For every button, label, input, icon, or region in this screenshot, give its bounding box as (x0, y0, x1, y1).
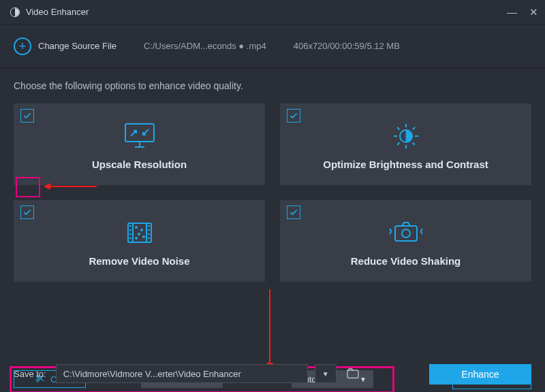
svg-line-12 (412, 127, 415, 130)
card-optimize-brightness[interactable]: Optimize Brightness and Contrast (280, 103, 531, 185)
svg-point-20 (143, 236, 144, 238)
svg-point-19 (138, 233, 140, 235)
svg-point-21 (136, 238, 137, 239)
app-logo-icon (10, 7, 20, 18)
svg-point-1 (12, 10, 14, 11)
svg-rect-30 (395, 226, 417, 241)
add-source-icon[interactable]: + (14, 37, 31, 55)
monitor-upscale-icon (121, 119, 158, 153)
title-bar: Video Enhancer — ✕ (0, 0, 545, 24)
close-button[interactable]: ✕ (529, 6, 538, 18)
card-remove-noise[interactable]: Remove Video Noise (14, 200, 265, 282)
svg-line-13 (397, 142, 400, 145)
svg-point-17 (136, 227, 137, 228)
main-area: Choose the following options to enhance … (0, 68, 545, 355)
source-row: + Change Source File C:/Users/ADM...econ… (0, 24, 545, 68)
save-to-label: Save to: (14, 369, 46, 379)
change-source-button[interactable]: Change Source File (38, 41, 116, 51)
film-noise-icon (121, 216, 158, 250)
checkbox-upscale[interactable] (20, 109, 34, 122)
svg-point-18 (141, 229, 142, 231)
minimize-button[interactable]: — (507, 6, 517, 18)
chevron-down-icon: ▼ (322, 370, 329, 378)
checkbox-noise[interactable] (20, 206, 34, 219)
source-path: C:/Users/ADM...econds ● .mp4 (144, 41, 266, 51)
card-label: Upscale Resolution (92, 159, 187, 170)
card-reduce-shaking[interactable]: Reduce Video Shaking (280, 200, 531, 282)
open-folder-button[interactable] (343, 364, 362, 383)
enhance-button[interactable]: Enhance (429, 364, 531, 385)
option-cards: Upscale Resolution Optimize Brightness a… (14, 103, 531, 282)
brightness-icon (388, 119, 424, 153)
window-title: Video Enhancer (26, 7, 89, 17)
source-info: 406x720/00:00:59/5.12 MB (294, 41, 400, 51)
camera-shake-icon (386, 216, 426, 250)
card-label: Reduce Video Shaking (351, 255, 461, 267)
svg-rect-14 (128, 223, 151, 242)
card-label: Optimize Brightness and Contrast (323, 159, 488, 170)
svg-rect-36 (347, 370, 358, 378)
footer-row: Save to: C:\Vidmore\Vidmore V...erter\Vi… (0, 355, 545, 392)
svg-point-31 (402, 229, 410, 238)
instruction-text: Choose the following options to enhance … (14, 80, 531, 91)
save-path-dropdown[interactable]: ▼ (315, 364, 337, 383)
card-label: Remove Video Noise (89, 255, 189, 267)
svg-rect-2 (125, 124, 154, 142)
checkbox-shaking[interactable] (287, 206, 300, 219)
checkbox-brightness[interactable] (287, 109, 300, 122)
annotation-arrow-vertical (269, 289, 270, 364)
save-path-field[interactable]: C:\Vidmore\Vidmore V...erter\Video Enhan… (56, 364, 308, 383)
card-upscale-resolution[interactable]: Upscale Resolution (14, 103, 265, 185)
svg-line-11 (412, 142, 415, 145)
svg-line-10 (397, 127, 400, 130)
